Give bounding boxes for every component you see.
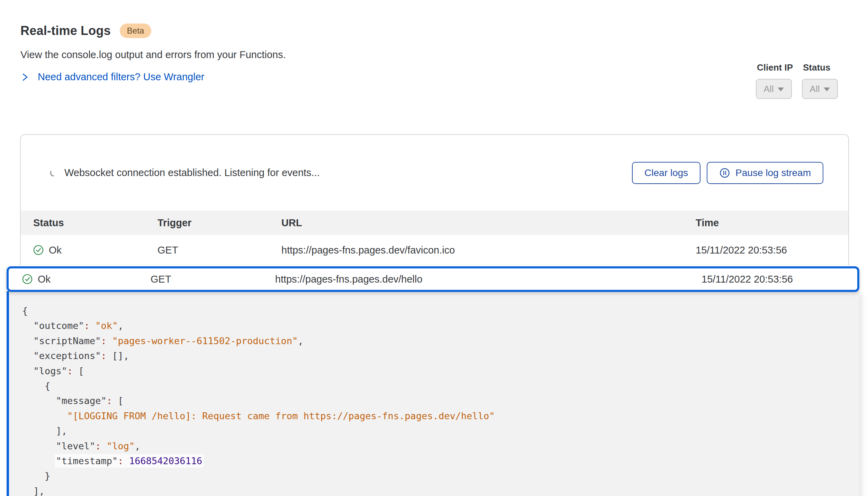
status-cell: Ok <box>33 245 157 256</box>
column-header-time: Time <box>696 217 848 229</box>
time-value: 15/11/2022 20:53:56 <box>696 245 848 256</box>
url-value: https://pages-fns.pages.dev/hello <box>275 274 702 285</box>
code-token: 1668542036116 <box>129 456 202 466</box>
wrangler-filters-toggle[interactable]: Need advanced filters? Use Wrangler <box>20 71 848 83</box>
code-token: "timestamp" <box>56 456 118 466</box>
code-token: [ <box>112 395 124 406</box>
table-header: Status Trigger URL Time <box>21 211 848 235</box>
column-header-url: URL <box>281 217 696 229</box>
code-token: ], <box>22 486 45 496</box>
beta-badge: Beta <box>120 24 151 38</box>
client-ip-dropdown[interactable]: All <box>756 79 792 99</box>
code-line: ], <box>22 423 859 438</box>
code-token <box>22 350 34 361</box>
code-token: : <box>101 336 107 346</box>
pause-log-stream-button[interactable]: Pause log stream <box>707 162 823 184</box>
wrangler-link[interactable]: Need advanced filters? Use Wrangler <box>38 71 204 83</box>
title-row: Real-time Logs Beta <box>20 24 848 38</box>
code-token: "level" <box>56 441 96 451</box>
page-subtitle: View the console.log output and errors f… <box>20 49 848 61</box>
code-line: { <box>22 378 859 393</box>
code-token <box>22 336 34 346</box>
log-row-hello-selected[interactable]: Ok GET https://pages-fns.pages.dev/hello… <box>7 266 859 292</box>
time-value: 15/11/2022 20:53:56 <box>702 274 857 285</box>
code-token: "log" <box>107 441 135 451</box>
clear-logs-button[interactable]: Clear logs <box>632 162 700 184</box>
page-header: Real-time Logs Beta View the console.log… <box>0 0 868 83</box>
code-line: "exceptions": [], <box>22 348 859 363</box>
code-line: "[LOGGING FROM /hello]: Request came fro… <box>22 408 859 423</box>
realtime-logs-page: Real-time Logs Beta View the console.log… <box>0 0 868 496</box>
status-filter-value: All <box>810 84 820 94</box>
code-line: "scriptName": "pages-worker--611502-prod… <box>22 333 859 348</box>
trigger-value: GET <box>151 274 275 285</box>
status-cell: Ok <box>22 274 151 285</box>
status-value: Ok <box>38 274 51 285</box>
code-line: "level": "log", <box>22 439 859 453</box>
code-token <box>124 456 129 466</box>
log-panel: Websocket connection established. Listen… <box>20 134 849 265</box>
code-token <box>22 320 34 331</box>
log-toolbar: Websocket connection established. Listen… <box>21 135 848 211</box>
caret-down-icon <box>824 88 830 91</box>
code-token: "pages-worker--611502-production" <box>112 336 298 346</box>
client-ip-label: Client IP <box>756 62 793 73</box>
check-circle-icon <box>33 245 44 255</box>
filters: Client IP All Status All <box>756 62 838 99</box>
code-token <box>90 320 95 331</box>
code-token <box>22 411 67 421</box>
column-header-status: Status <box>33 217 157 229</box>
code-token: : <box>95 441 101 451</box>
code-line: "timestamp": 1668542036116 <box>22 453 859 468</box>
expanded-log-entry: Ok GET https://pages-fns.pages.dev/hello… <box>7 266 859 496</box>
code-token: { <box>22 380 50 391</box>
pause-log-stream-label: Pause log stream <box>735 167 811 178</box>
pause-icon <box>719 167 730 178</box>
code-token: "scriptName" <box>34 336 101 346</box>
caret-down-icon <box>778 88 784 91</box>
code-token: : <box>107 395 112 406</box>
code-token <box>22 366 34 376</box>
json-code: { "outcome": "ok", "scriptName": "pages-… <box>22 303 859 496</box>
log-row-favicon[interactable]: Ok GET https://pages-fns.pages.dev/favic… <box>21 235 848 265</box>
code-line: "outcome": "ok", <box>22 318 859 333</box>
code-token: } <box>22 470 50 481</box>
code-token: "outcome" <box>34 320 84 331</box>
code-token: [], <box>107 350 129 361</box>
code-line: { <box>22 303 859 318</box>
code-token: : <box>67 366 73 376</box>
code-token: , <box>135 441 140 451</box>
code-token: "message" <box>56 395 107 406</box>
client-ip-filter: Client IP All <box>756 62 793 99</box>
chevron-right-icon[interactable] <box>20 72 29 82</box>
code-token: : <box>84 320 90 331</box>
status-dropdown[interactable]: All <box>802 79 838 99</box>
log-detail-json-panel: { "outcome": "ok", "scriptName": "pages-… <box>7 291 859 496</box>
code-line: } <box>22 468 859 483</box>
code-token: , <box>118 320 123 331</box>
status-filter: Status All <box>802 62 838 99</box>
code-token <box>107 336 112 346</box>
code-token <box>22 395 56 406</box>
code-token: ], <box>22 425 67 436</box>
url-value: https://pages-fns.pages.dev/favicon.ico <box>281 245 696 256</box>
clear-logs-label: Clear logs <box>644 167 688 178</box>
code-token: "[LOGGING FROM /hello]: Request came fro… <box>67 411 495 421</box>
code-token: [ <box>73 366 84 376</box>
trigger-value: GET <box>157 245 281 256</box>
code-token <box>22 441 56 451</box>
code-line: ], <box>22 484 859 496</box>
code-token <box>22 456 56 466</box>
code-token <box>101 441 107 451</box>
client-ip-value: All <box>764 84 774 94</box>
websocket-status-message: Websocket connection established. Listen… <box>64 167 320 178</box>
code-token: { <box>22 305 28 316</box>
code-token: , <box>298 336 304 346</box>
code-line: "logs": [ <box>22 364 859 378</box>
spinner-icon <box>49 168 57 177</box>
page-title: Real-time Logs <box>20 24 111 38</box>
code-token: "exceptions" <box>34 350 101 361</box>
column-header-trigger: Trigger <box>157 217 281 229</box>
code-token: : <box>118 456 123 466</box>
code-token: "logs" <box>34 366 67 376</box>
